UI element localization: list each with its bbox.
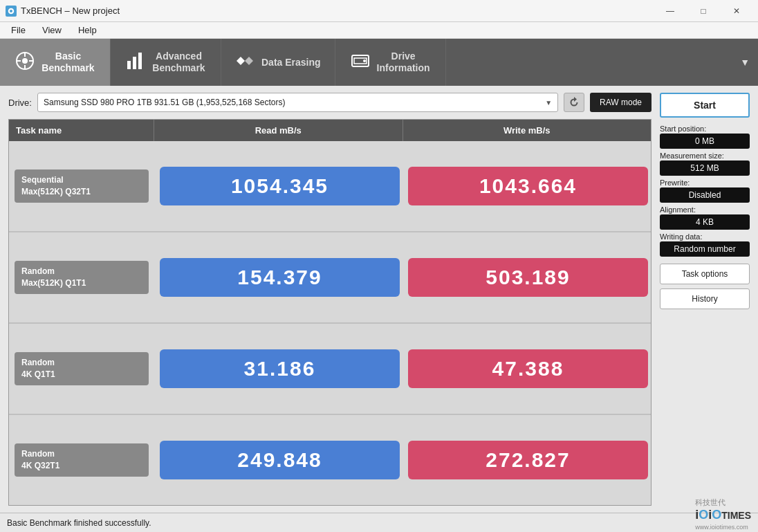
read-cell: 154.379 [157, 255, 403, 300]
read-cell: 31.186 [157, 347, 403, 391]
param-label-3: Alignment: [660, 205, 750, 214]
read-value: 31.186 [160, 349, 400, 388]
task-cell: Random4K Q32T1 [9, 441, 154, 479]
tab-erasing-label: Data Erasing [261, 57, 321, 68]
param-label-4: Writing data: [660, 232, 750, 241]
param-label-2: Prewrite: [660, 178, 750, 187]
right-panel: Start Start position:0 MBMeasurement siz… [660, 93, 750, 506]
left-panel: Drive: Samsung SSD 980 PRO 1TB 931.51 GB… [8, 93, 651, 506]
param-value-4: Random number [660, 241, 750, 257]
task-label: RandomMax(512K) Q1T1 [15, 261, 149, 294]
write-value: 1043.664 [408, 167, 648, 205]
table-row: Random4K Q1T131.18647.388 [9, 324, 651, 415]
statusbar: Basic Benchmark finished successfully. 科… [0, 513, 758, 532]
watermark: 科技世代 iOiOTIMES www.ioiotimes.com [695, 497, 751, 531]
header-task: Task name [9, 120, 154, 141]
drive-bar: Drive: Samsung SSD 980 PRO 1TB 931.51 GB… [8, 93, 651, 112]
task-cell: RandomMax(512K) Q1T1 [9, 258, 154, 297]
tab-erasing[interactable]: Data Erasing [221, 39, 335, 86]
write-value: 272.827 [408, 441, 648, 479]
tab-advanced-label: AdvancedBenchmark [152, 51, 205, 74]
svg-rect-9 [133, 57, 136, 69]
svg-rect-8 [127, 61, 131, 69]
app-icon [6, 6, 17, 17]
task-cell: Random4K Q1T1 [9, 349, 154, 388]
write-cell: 47.388 [405, 347, 651, 391]
drive-label: Drive: [8, 98, 32, 108]
history-button[interactable]: History [660, 288, 750, 309]
svg-rect-10 [138, 53, 142, 69]
tab-basic[interactable]: BasicBenchmark [0, 39, 111, 86]
window-controls: — □ ✕ [654, 0, 752, 22]
task-label: SequentialMax(512K) Q32T1 [15, 169, 149, 203]
tab-basic-label: BasicBenchmark [41, 51, 94, 74]
menu-help[interactable]: Help [70, 24, 105, 37]
titlebar: TxBENCH – New project — □ ✕ [0, 0, 758, 22]
param-value-3: 4 KB [660, 214, 750, 230]
header-write: Write mB/s [403, 120, 651, 141]
minimize-button[interactable]: — [654, 0, 686, 22]
close-button[interactable]: ✕ [721, 0, 752, 22]
drive-dropdown-icon: ▼ [545, 99, 552, 107]
benchmark-table: Task name Read mB/s Write mB/s Sequentia… [8, 119, 651, 506]
table-row: Random4K Q32T1249.848272.827 [9, 415, 651, 505]
read-cell: 249.848 [157, 438, 403, 482]
drive-select-value: Samsung SSD 980 PRO 1TB 931.51 GB (1,953… [44, 98, 286, 107]
task-cell: SequentialMax(512K) Q32T1 [9, 167, 154, 205]
param-label-1: Measurement size: [660, 152, 750, 160]
table-rows: SequentialMax(512K) Q32T11054.3451043.66… [9, 141, 651, 505]
write-cell: 1043.664 [405, 164, 651, 208]
task-label: Random4K Q1T1 [15, 352, 149, 385]
read-value: 154.379 [160, 258, 400, 297]
tab-drive-icon [351, 53, 370, 73]
tab-advanced[interactable]: AdvancedBenchmark [111, 39, 221, 86]
read-value: 1054.345 [160, 167, 400, 205]
param-value-1: 512 MB [660, 160, 750, 176]
start-button[interactable]: Start [660, 93, 750, 118]
task-options-button[interactable]: Task options [660, 264, 750, 284]
read-value: 249.848 [160, 441, 400, 479]
tab-advanced-icon [126, 53, 145, 73]
tab-drive-label: DriveInformation [377, 51, 430, 74]
drive-selector[interactable]: Samsung SSD 980 PRO 1TB 931.51 GB (1,953… [37, 93, 558, 112]
write-value: 503.189 [408, 258, 648, 297]
table-row: SequentialMax(512K) Q32T11054.3451043.66… [9, 141, 651, 232]
read-cell: 1054.345 [157, 164, 403, 208]
menu-file[interactable]: File [3, 24, 34, 37]
header-read: Read mB/s [154, 120, 403, 141]
status-text: Basic Benchmark finished successfully. [7, 518, 151, 528]
menu-view[interactable]: View [34, 24, 70, 37]
write-value: 47.388 [408, 349, 648, 388]
param-label-0: Start position: [660, 125, 750, 133]
param-value-0: 0 MB [660, 134, 750, 149]
tabbar: BasicBenchmark AdvancedBenchmark Data Er… [0, 39, 758, 86]
window-title: TxBENCH – New project [21, 6, 654, 16]
write-cell: 272.827 [405, 438, 651, 482]
task-label: Random4K Q32T1 [15, 443, 149, 477]
main-content: Drive: Samsung SSD 980 PRO 1TB 931.51 GB… [0, 86, 758, 513]
raw-mode-button[interactable]: RAW mode [590, 93, 651, 112]
table-header: Task name Read mB/s Write mB/s [9, 120, 651, 141]
svg-point-1 [10, 10, 12, 12]
tab-basic-icon [15, 51, 35, 74]
table-row: RandomMax(512K) Q1T1154.379503.189 [9, 232, 651, 324]
svg-point-13 [363, 59, 366, 62]
tab-drive[interactable]: DriveInformation [335, 39, 446, 86]
write-cell: 503.189 [405, 255, 651, 300]
svg-point-3 [22, 58, 28, 64]
tab-erasing-icon [235, 53, 255, 73]
drive-refresh-button[interactable] [564, 93, 584, 112]
param-value-2: Disabled [660, 187, 750, 203]
menubar: File View Help [0, 22, 758, 39]
params-container: Start position:0 MBMeasurement size:512 … [660, 125, 750, 259]
tab-dropdown-arrow[interactable]: ▼ [732, 39, 758, 86]
maximize-button[interactable]: □ [687, 0, 719, 22]
